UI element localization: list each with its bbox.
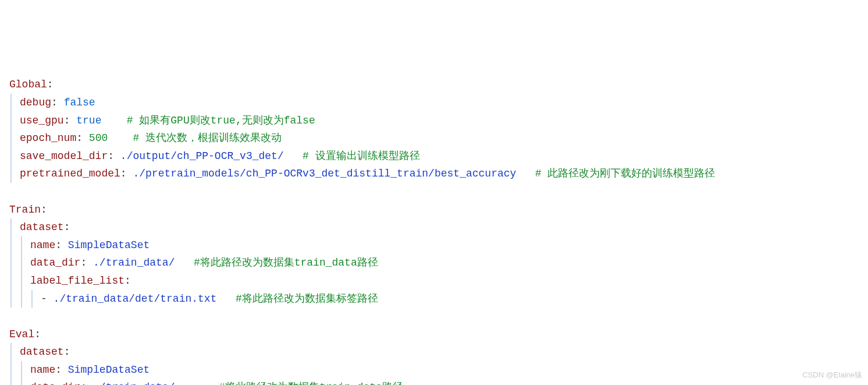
yaml-line: name: SimpleDataSet: [30, 236, 859, 255]
yaml-path: ./train_data/: [93, 257, 175, 269]
yaml-line: Train:: [9, 201, 859, 219]
yaml-key: dataset: [20, 221, 64, 233]
yaml-line: label_file_list:: [30, 272, 859, 290]
yaml-line: use_gpu: true # 如果有GPU则改true,无则改为false: [20, 112, 859, 130]
yaml-comment: #将此路径改为数据集train_data路径: [194, 257, 378, 269]
yaml-line: data_dir: ./train_data/ #将此路径改为数据集train_…: [30, 254, 859, 272]
yaml-block-dataset: name: SimpleDataSetdata_dir: ./train_dat…: [21, 236, 859, 308]
yaml-comment: # 设置输出训练模型路径: [303, 150, 420, 162]
yaml-key: epoch_num: [20, 132, 76, 144]
yaml-comment: #将此路径改为数据集标签路径: [236, 293, 378, 305]
yaml-value: SimpleDataSet: [68, 239, 150, 251]
yaml-comment: # 此路径改为刚下载好的训练模型路径: [535, 168, 716, 179]
yaml-line: dataset:: [20, 343, 859, 361]
yaml-key: pretrained_model: [20, 168, 120, 179]
yaml-block-list: - ./train_data/det/train.txt #将此路径改为数据集标…: [31, 290, 859, 308]
yaml-key: name: [30, 364, 55, 376]
yaml-block-global: debug: falseuse_gpu: true # 如果有GPU则改true…: [10, 94, 859, 183]
yaml-bool: false: [64, 97, 95, 108]
yaml-path: ./train_data/det/train.txt: [54, 293, 217, 305]
yaml-comment: # 迭代次数，根据训练效果改动: [133, 132, 282, 144]
yaml-path: ./train_data/: [93, 382, 175, 385]
yaml-key: data_dir: [30, 257, 80, 269]
yaml-line: name: SimpleDataSet: [30, 361, 859, 379]
yaml-key: name: [30, 239, 55, 251]
yaml-comment: # 如果有GPU则改true,无则改为false: [127, 115, 315, 126]
yaml-key: Train: [9, 204, 41, 216]
yaml-line: dataset:: [20, 218, 859, 236]
yaml-line: data_dir: ./train_data/ #将此路径改为数据集train_…: [30, 379, 859, 385]
yaml-key: Eval: [9, 329, 34, 340]
watermark: CSDN @Elaine猿: [802, 369, 862, 382]
yaml-line: debug: false: [20, 94, 859, 112]
yaml-path: ./pretrain_models/ch_PP-OCRv3_det_distil…: [133, 168, 516, 179]
yaml-key: save_model_dir: [20, 150, 108, 162]
yaml-key: debug: [20, 97, 51, 108]
yaml-line: epoch_num: 500 # 迭代次数，根据训练效果改动: [20, 129, 859, 147]
yaml-number: 500: [89, 132, 108, 144]
yaml-bool: true: [76, 115, 101, 126]
yaml-line: Eval:: [9, 326, 859, 344]
yaml-key: label_file_list: [30, 275, 124, 287]
yaml-comment: #将此路径改为数据集train_data路径: [219, 382, 403, 385]
yaml-block-eval: dataset:name: SimpleDataSetdata_dir: ./t…: [10, 343, 859, 385]
yaml-value: SimpleDataSet: [68, 364, 150, 376]
yaml-block-dataset: name: SimpleDataSetdata_dir: ./train_dat…: [21, 361, 859, 385]
yaml-line: Global:: [9, 76, 859, 94]
yaml-key: Global: [9, 79, 47, 90]
yaml-line: - ./train_data/det/train.txt #将此路径改为数据集标…: [41, 290, 859, 308]
yaml-block-train: dataset:name: SimpleDataSetdata_dir: ./t…: [10, 218, 859, 308]
yaml-key: dataset: [20, 346, 64, 358]
yaml-line: save_model_dir: ./output/ch_PP-OCR_v3_de…: [20, 147, 859, 165]
yaml-path: ./output/ch_PP-OCR_v3_det/: [120, 150, 284, 162]
yaml-line: pretrained_model: ./pretrain_models/ch_P…: [20, 165, 859, 183]
yaml-key: use_gpu: [20, 115, 64, 126]
yaml-key: data_dir: [30, 382, 80, 385]
